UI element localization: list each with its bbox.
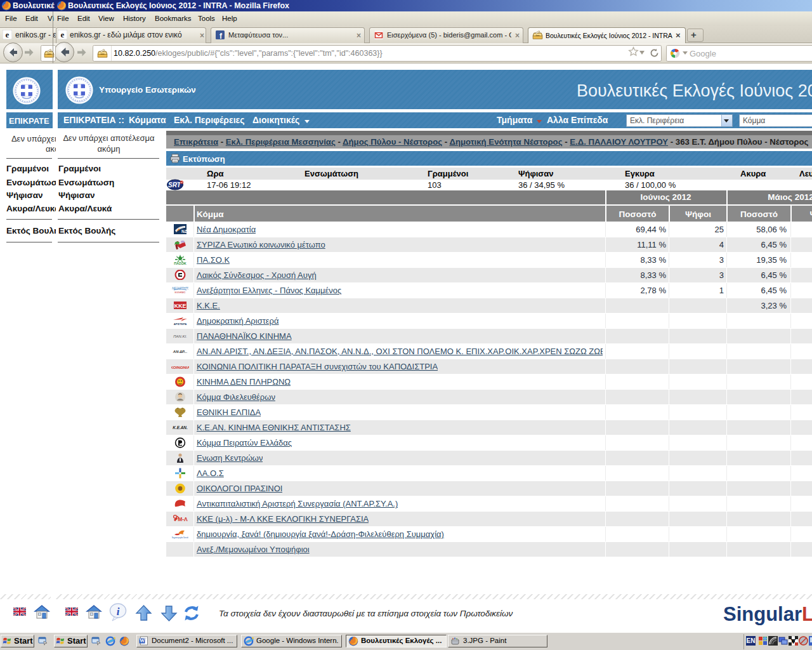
svg-text:ΠΑΝ.ΚΙ.: ΠΑΝ.ΚΙ. xyxy=(173,335,187,338)
svg-text:NΔ: NΔ xyxy=(181,229,187,234)
svg-text:K.E.AN.: K.E.AN. xyxy=(173,425,188,430)
svg-text:M-Λ: M-Λ xyxy=(178,516,188,522)
svg-text:ΚΟΙΝΩΝΙΑ: ΚΟΙΝΩΝΙΑ xyxy=(171,365,189,369)
svg-text:V: V xyxy=(791,637,796,645)
svg-text:ΠΑΣΟΚ: ΠΑΣΟΚ xyxy=(174,262,187,265)
svg-text:e: e xyxy=(61,30,65,39)
svg-text:ΚΚΕ: ΚΚΕ xyxy=(174,303,186,309)
svg-text:i: i xyxy=(117,606,120,618)
svg-text:ΑΝ ΔΡ...: ΑΝ ΔΡ... xyxy=(173,350,188,354)
svg-text:δημιουργία ξανά!: δημιουργία ξανά! xyxy=(172,536,188,539)
svg-text:e: e xyxy=(6,30,10,39)
svg-text:SRT: SRT xyxy=(168,182,181,189)
svg-text:ΕΛΛΗΝΕΣ: ΕΛΛΗΝΕΣ xyxy=(174,291,186,294)
svg-text:ΑΡΙΣΤΕΡΑ: ΑΡΙΣΤΕΡΑ xyxy=(174,322,187,326)
svg-text:ΑΝΕΞΑΡΤΗΤΟΙ: ΑΝΕΞΑΡΤΗΤΟΙ xyxy=(172,287,188,290)
